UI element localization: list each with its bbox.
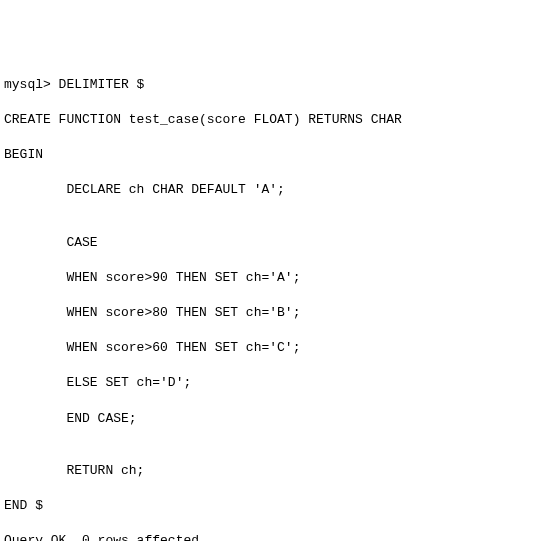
code-line: RETURN ch; bbox=[4, 462, 538, 480]
code-line: WHEN score>60 THEN SET ch='C'; bbox=[4, 339, 538, 357]
code-line: END CASE; bbox=[4, 410, 538, 428]
code-line: DECLARE ch CHAR DEFAULT 'A'; bbox=[4, 181, 538, 199]
code-line: ELSE SET ch='D'; bbox=[4, 374, 538, 392]
code-line: mysql> DELIMITER $ bbox=[4, 76, 538, 94]
code-line: CASE bbox=[4, 234, 538, 252]
code-line: BEGIN bbox=[4, 146, 538, 164]
code-line: WHEN score>80 THEN SET ch='B'; bbox=[4, 304, 538, 322]
code-line: WHEN score>90 THEN SET ch='A'; bbox=[4, 269, 538, 287]
code-line: END $ bbox=[4, 497, 538, 515]
code-line: Query OK, 0 rows affected bbox=[4, 532, 538, 541]
code-line: CREATE FUNCTION test_case(score FLOAT) R… bbox=[4, 111, 538, 129]
